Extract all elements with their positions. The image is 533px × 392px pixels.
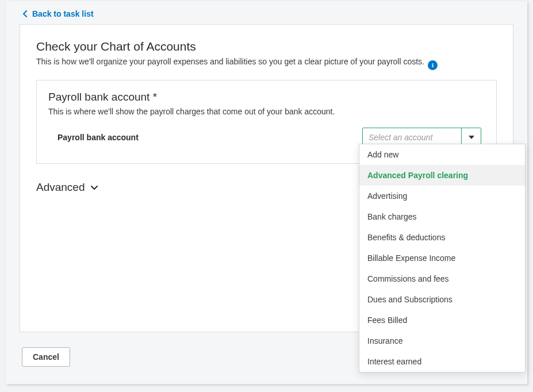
field-label: Payroll bank account: [57, 133, 139, 142]
dropdown-item[interactable]: Bank charges: [359, 206, 525, 227]
chevron-down-icon: [91, 182, 98, 193]
advanced-label: Advanced: [36, 181, 85, 194]
dropdown-item[interactable]: Fees Billed: [359, 310, 525, 330]
dropdown-item[interactable]: Benefits & deductions: [359, 227, 525, 248]
page-frame: Back to task list Check your Chart of Ac…: [6, 1, 527, 384]
dropdown-item[interactable]: Dues and Subscriptions: [359, 289, 525, 310]
account-dropdown[interactable]: Add newAdvanced Payroll clearingAdvertis…: [359, 144, 526, 372]
page-title: Check your Chart of Accounts: [36, 40, 497, 53]
section-description: This is where we'll show the payroll cha…: [48, 107, 485, 116]
dropdown-item[interactable]: Advertising: [359, 186, 525, 206]
dropdown-item[interactable]: Interest earned: [359, 351, 525, 372]
select-placeholder: Select an account: [363, 133, 461, 142]
back-to-task-list-link[interactable]: Back to task list: [6, 1, 110, 24]
cancel-button[interactable]: Cancel: [22, 347, 70, 367]
dropdown-item[interactable]: Add new: [359, 144, 525, 165]
dropdown-item[interactable]: Advanced Payroll clearing: [359, 165, 525, 186]
dropdown-item[interactable]: Insurance: [359, 330, 525, 351]
section-title: Payroll bank account *: [48, 91, 485, 103]
dropdown-item[interactable]: Commissions and fees: [359, 268, 525, 289]
chevron-left-icon: [23, 10, 28, 17]
page-subtitle: This is how we'll organize your payroll …: [36, 57, 424, 66]
dropdown-item[interactable]: Billable Expense Income: [359, 248, 525, 268]
info-icon[interactable]: i: [428, 60, 438, 70]
back-link-label: Back to task list: [32, 9, 94, 18]
subtitle-row: This is how we'll organize your payroll …: [36, 57, 497, 73]
